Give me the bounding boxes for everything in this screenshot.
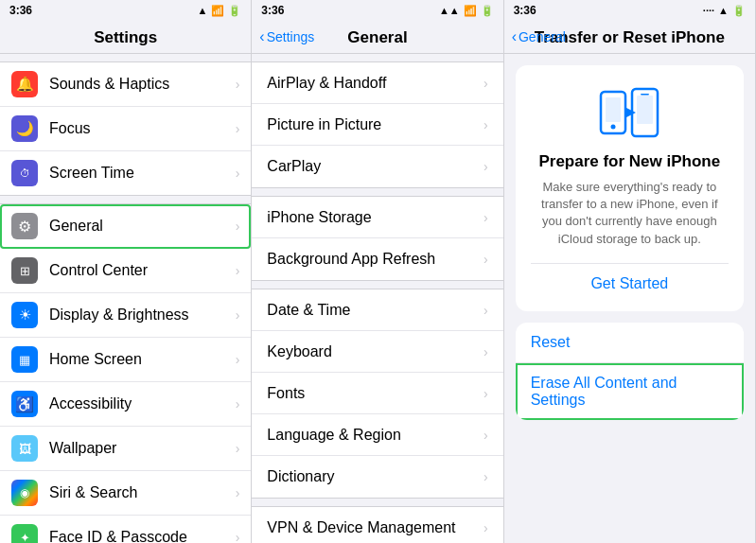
sidebar-item-siri[interactable]: ◉ Siri & Search › bbox=[0, 471, 251, 516]
homescreen-label: Home Screen bbox=[49, 351, 236, 368]
control-label: Control Center bbox=[49, 262, 236, 279]
language-chevron: › bbox=[483, 428, 488, 443]
sidebar-item-display[interactable]: ☀ Display & Brightness › bbox=[0, 293, 251, 338]
wifi-icon-2: ▲▲ bbox=[439, 5, 460, 16]
siri-chevron: › bbox=[236, 485, 240, 500]
faceid-icon: ✦ bbox=[11, 524, 38, 543]
datetime-item[interactable]: Date & Time › bbox=[252, 289, 502, 331]
status-bar-3: 3:36 ···· ▲ 🔋 bbox=[504, 0, 755, 21]
general-group-4: VPN & Device Management › bbox=[252, 506, 502, 543]
pip-item[interactable]: Picture in Picture › bbox=[252, 104, 502, 146]
storage-item[interactable]: iPhone Storage › bbox=[252, 197, 502, 238]
time-3: 3:36 bbox=[514, 4, 536, 17]
storage-chevron: › bbox=[483, 210, 488, 225]
siri-icon: ◉ bbox=[11, 480, 38, 506]
fonts-item[interactable]: Fonts › bbox=[252, 373, 502, 414]
transfer-header: ‹ General Transfer or Reset iPhone bbox=[504, 21, 755, 54]
faceid-chevron: › bbox=[236, 530, 240, 543]
dictionary-chevron: › bbox=[483, 469, 488, 484]
sidebar-item-faceid[interactable]: ✦ Face ID & Passcode › bbox=[0, 516, 251, 543]
svg-rect-1 bbox=[606, 97, 621, 122]
vpn-item[interactable]: VPN & Device Management › bbox=[252, 507, 502, 543]
sounds-chevron: › bbox=[236, 77, 240, 92]
sidebar-item-focus[interactable]: 🌙 Focus › bbox=[0, 107, 251, 151]
airplay-item[interactable]: AirPlay & Handoff › bbox=[252, 62, 502, 104]
vpn-chevron: › bbox=[483, 520, 488, 535]
get-started-button[interactable]: Get Started bbox=[531, 263, 729, 292]
fonts-label: Fonts bbox=[267, 385, 483, 402]
general-group-1: AirPlay & Handoff › Picture in Picture ›… bbox=[252, 61, 502, 188]
screentime-label: Screen Time bbox=[49, 165, 236, 182]
erase-button[interactable]: Erase All Content and Settings bbox=[516, 363, 744, 420]
accessibility-label: Accessibility bbox=[49, 395, 236, 412]
phones-svg bbox=[596, 84, 662, 141]
dictionary-label: Dictionary bbox=[267, 468, 483, 485]
general-panel: 3:36 ▲▲ 📶 🔋 ‹ Settings General AirPlay &… bbox=[252, 0, 503, 543]
battery-icon: 🔋 bbox=[228, 5, 241, 17]
sidebar-item-sounds[interactable]: 🔔 Sounds & Haptics › bbox=[0, 62, 251, 107]
display-icon: ☀ bbox=[11, 302, 38, 328]
bgrefresh-chevron: › bbox=[483, 252, 488, 267]
bottom-actions: Reset Erase All Content and Settings bbox=[516, 323, 744, 420]
pip-label: Picture in Picture bbox=[267, 116, 483, 133]
display-label: Display & Brightness bbox=[49, 307, 236, 324]
reset-button[interactable]: Reset bbox=[516, 323, 744, 363]
general-list: AirPlay & Handoff › Picture in Picture ›… bbox=[252, 54, 502, 543]
wallpaper-chevron: › bbox=[236, 441, 240, 456]
sidebar-item-screentime[interactable]: ⏱ Screen Time › bbox=[0, 151, 251, 195]
bgrefresh-label: Background App Refresh bbox=[267, 251, 483, 268]
back-chevron-icon: ‹ bbox=[259, 29, 264, 44]
settings-group-2: ⚙ General › ⊞ Control Center › ☀ Display… bbox=[0, 203, 251, 543]
sidebar-item-wallpaper[interactable]: 🖼 Wallpaper › bbox=[0, 427, 251, 471]
transfer-back-button[interactable]: ‹ General bbox=[512, 29, 566, 44]
settings-panel: 3:36 ▲ 📶 🔋 Settings 🔔 Sounds & Haptics ›… bbox=[0, 0, 252, 543]
general-label: General bbox=[49, 218, 236, 235]
settings-title: Settings bbox=[94, 28, 157, 46]
control-chevron: › bbox=[236, 263, 240, 278]
signal-icon-2: 📶 bbox=[464, 5, 477, 17]
carplay-item[interactable]: CarPlay › bbox=[252, 146, 502, 187]
language-label: Language & Region bbox=[267, 427, 483, 444]
sounds-icon: 🔔 bbox=[11, 71, 38, 97]
control-icon: ⊞ bbox=[11, 257, 38, 284]
svg-rect-5 bbox=[641, 94, 649, 96]
dictionary-item[interactable]: Dictionary › bbox=[252, 456, 502, 498]
sidebar-item-general[interactable]: ⚙ General › bbox=[0, 204, 251, 249]
screentime-icon: ⏱ bbox=[11, 160, 38, 186]
status-bar-2: 3:36 ▲▲ 📶 🔋 bbox=[252, 0, 502, 21]
datetime-label: Date & Time bbox=[267, 302, 483, 319]
battery-icon-3: 🔋 bbox=[732, 5, 746, 17]
settings-list: 🔔 Sounds & Haptics › 🌙 Focus › ⏱ Screen … bbox=[0, 54, 251, 543]
carplay-label: CarPlay bbox=[267, 158, 483, 175]
homescreen-chevron: › bbox=[236, 352, 240, 367]
svg-rect-4 bbox=[637, 96, 653, 124]
language-item[interactable]: Language & Region › bbox=[252, 414, 502, 456]
wallpaper-icon: 🖼 bbox=[11, 435, 38, 462]
svg-point-2 bbox=[611, 125, 616, 130]
sidebar-item-control[interactable]: ⊞ Control Center › bbox=[0, 249, 251, 293]
sidebar-item-homescreen[interactable]: ▦ Home Screen › bbox=[0, 338, 251, 382]
signal-dots-icon: ···· bbox=[703, 5, 714, 16]
general-back-button[interactable]: ‹ Settings bbox=[259, 29, 314, 44]
status-bar-1: 3:36 ▲ 📶 🔋 bbox=[0, 0, 251, 21]
general-group-3: Date & Time › Keyboard › Fonts › Languag… bbox=[252, 289, 502, 499]
focus-chevron: › bbox=[236, 121, 240, 136]
transfer-back-label: General bbox=[519, 29, 566, 44]
bgrefresh-item[interactable]: Background App Refresh › bbox=[252, 238, 502, 280]
accessibility-icon: ♿ bbox=[11, 391, 38, 417]
display-chevron: › bbox=[236, 307, 240, 323]
keyboard-label: Keyboard bbox=[267, 343, 483, 360]
status-icons-3: ···· ▲ 🔋 bbox=[703, 5, 746, 17]
prepare-title: Prepare for New iPhone bbox=[531, 152, 729, 171]
sounds-label: Sounds & Haptics bbox=[49, 76, 236, 93]
transfer-back-chevron: ‹ bbox=[512, 29, 517, 44]
keyboard-item[interactable]: Keyboard › bbox=[252, 331, 502, 373]
sidebar-item-accessibility[interactable]: ♿ Accessibility › bbox=[0, 382, 251, 427]
time-2: 3:36 bbox=[261, 4, 284, 17]
time-1: 3:36 bbox=[9, 4, 32, 17]
siri-label: Siri & Search bbox=[49, 484, 236, 501]
status-icons-1: ▲ 📶 🔋 bbox=[197, 5, 241, 17]
general-chevron: › bbox=[236, 219, 240, 234]
storage-label: iPhone Storage bbox=[267, 209, 483, 226]
wallpaper-label: Wallpaper bbox=[49, 440, 236, 457]
